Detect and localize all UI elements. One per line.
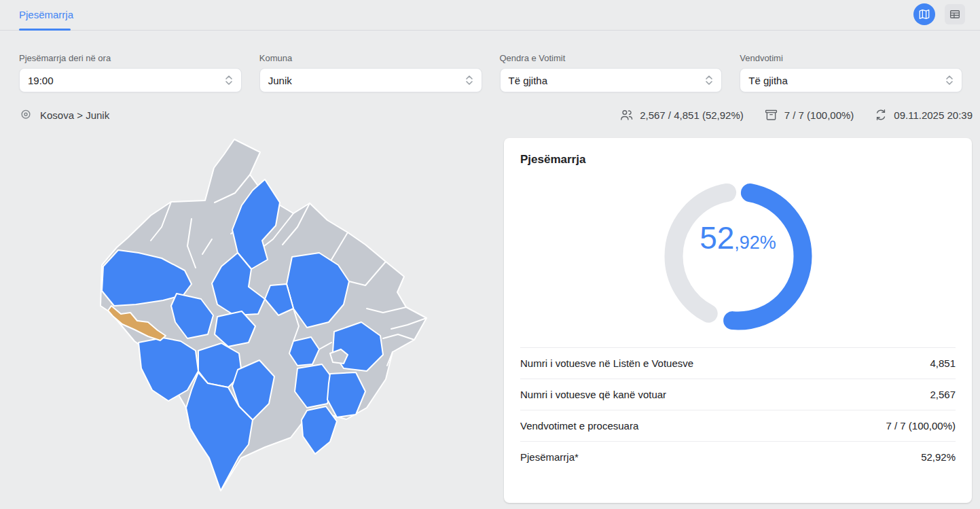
stat-stations: 7 / 7 (100,00%): [764, 108, 854, 122]
breadcrumb: Kosova > Junik: [19, 108, 109, 122]
row-value: 7 / 7 (100,00%): [886, 420, 956, 432]
participation-table: Numri i votuesve në Listën e Votuesve 4,…: [520, 347, 956, 472]
table-row: Numri i votuesve që kanë votuar 2,567: [520, 379, 956, 410]
chevron-up-down-icon: [465, 74, 473, 86]
filter-qendra-label: Qendra e Votimit: [500, 53, 723, 63]
municipality-shape[interactable]: [302, 406, 337, 454]
people-icon: [619, 108, 634, 122]
participation-card: Pjesëmarrja 52 ,92% Numri i votuesve në …: [504, 138, 972, 503]
table-row: Pjesëmarrja* 52,92%: [520, 441, 956, 472]
tab-bar: Pjesëmarrja: [0, 0, 980, 31]
filter-hour-select[interactable]: 19:00: [19, 68, 242, 92]
map-view-button[interactable]: [913, 3, 935, 25]
stat-stations-text: 7 / 7 (100,00%): [784, 109, 854, 121]
participation-donut-chart: 52 ,92%: [662, 180, 814, 332]
map-icon: [918, 8, 930, 20]
table-row: Numri i votuesve në Listën e Votuesve 4,…: [520, 347, 956, 379]
location-pin-icon: [19, 108, 33, 122]
stat-voters-text: 2,567 / 4,851 (52,92%): [640, 109, 744, 121]
tab-active-underline: [19, 29, 71, 31]
table-row: Vendvotimet e procesuara 7 / 7 (100,00%): [520, 410, 956, 441]
breadcrumb-text: Kosova > Junik: [40, 109, 109, 121]
filter-qendra: Qendra e Votimit Të gjitha: [500, 53, 723, 92]
filter-vendvotimi: Vendvotimi Të gjitha: [740, 53, 962, 92]
filter-hour-value: 19:00: [28, 75, 225, 86]
row-value: 2,567: [930, 389, 956, 400]
donut-center-label: 52 ,92%: [662, 180, 814, 332]
stat-voters: 2,567 / 4,851 (52,92%): [619, 108, 744, 122]
filter-hour: Pjesëmarrja deri në ora 19:00: [19, 53, 242, 92]
kosovo-map: [95, 137, 429, 496]
donut-percent-main: 52: [700, 222, 734, 253]
filter-komuna-label: Komuna: [259, 53, 482, 63]
chevron-up-down-icon: [225, 74, 233, 86]
row-label: Vendvotimet e procesuara: [520, 420, 638, 432]
filter-komuna-value: Junik: [268, 75, 465, 86]
row-label: Pjesëmarrja*: [520, 451, 579, 463]
table-view-button[interactable]: [945, 4, 965, 24]
row-label: Numri i votuesve në Listën e Votuesve: [520, 357, 693, 369]
refresh-icon: [874, 108, 888, 122]
filter-vendvotimi-label: Vendvotimi: [740, 53, 962, 63]
filter-vendvotimi-value: Të gjitha: [748, 75, 945, 86]
donut-percent-decimal: ,92%: [734, 234, 776, 252]
filter-komuna-select[interactable]: Junik: [259, 68, 482, 92]
row-label: Numri i votuesve që kanë votuar: [520, 389, 666, 400]
filter-qendra-select[interactable]: Të gjitha: [500, 68, 723, 92]
stat-updated-text: 09.11.2025 20:39: [894, 109, 973, 121]
table-icon: [949, 8, 961, 20]
status-stats: 2,567 / 4,851 (52,92%) 7 / 7 (100,00%): [619, 108, 973, 122]
filters-row: Pjesëmarrja deri në ora 19:00 Komuna Jun…: [19, 53, 962, 92]
card-title: Pjesëmarrja: [520, 153, 956, 166]
chevron-up-down-icon: [945, 74, 954, 86]
stat-updated: 09.11.2025 20:39: [874, 108, 973, 122]
filter-vendvotimi-select[interactable]: Të gjitha: [740, 68, 962, 92]
row-value: 52,92%: [921, 451, 956, 463]
ballot-box-icon: [764, 108, 778, 122]
filter-komuna: Komuna Junik: [259, 53, 482, 92]
chevron-up-down-icon: [705, 74, 713, 86]
status-bar: Kosova > Junik 2,567 / 4,851 (52,92%): [19, 105, 973, 125]
row-value: 4,851: [930, 357, 956, 369]
filter-qendra-value: Të gjitha: [509, 75, 706, 86]
filter-hour-label: Pjesëmarrja deri në ora: [19, 53, 242, 63]
tab-pjesemarrja[interactable]: Pjesëmarrja: [19, 9, 73, 20]
